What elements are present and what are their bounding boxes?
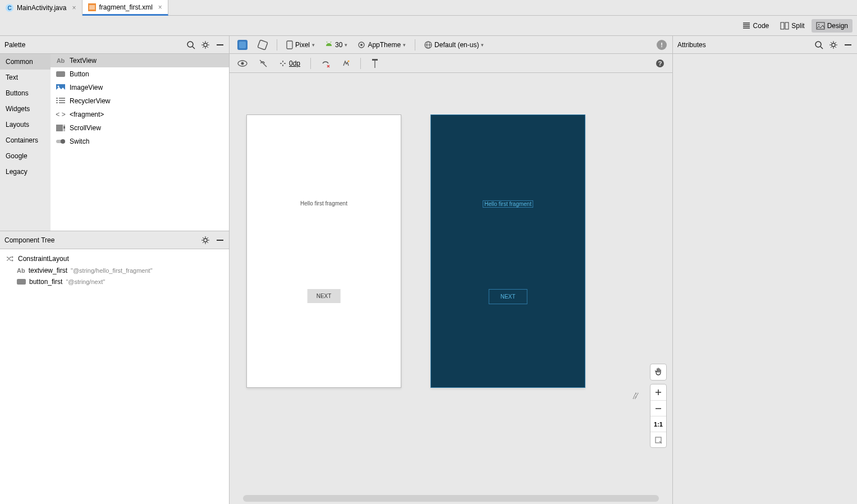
chevron-down-icon: ▾ (403, 42, 406, 48)
tree-root[interactable]: ConstraintLayout (0, 253, 229, 265)
palette-item-imageview[interactable]: ImageView (51, 81, 229, 94)
palette-cat-common[interactable]: Common (0, 54, 51, 70)
zoom-out-icon[interactable] (650, 400, 666, 416)
design-surface[interactable]: Hello first fragment NEXT (246, 114, 401, 388)
svg-line-48 (821, 47, 823, 49)
palette-cat-widgets[interactable]: Widgets (0, 101, 51, 117)
api-select[interactable]: 30 ▾ (323, 40, 350, 50)
preview-textview[interactable]: Hello first fragment (247, 200, 401, 207)
zoom-fit-icon[interactable] (650, 432, 666, 447)
svg-rect-26 (287, 41, 292, 49)
warning-badge[interactable]: ! (657, 40, 667, 50)
svg-rect-25 (258, 40, 268, 50)
tree-item-button[interactable]: button_first "@string/next" (0, 276, 229, 287)
svg-point-38 (348, 60, 350, 62)
button-icon (56, 70, 65, 79)
svg-rect-2 (781, 22, 784, 29)
minimize-icon[interactable] (216, 236, 224, 245)
imageview-icon (56, 83, 65, 92)
svg-point-8 (204, 43, 207, 47)
search-icon[interactable] (814, 40, 823, 49)
tree-item-textview[interactable]: Ab textview_first "@string/hello_first_f… (0, 265, 229, 276)
view-label: Code (753, 22, 769, 30)
zoom-in-icon[interactable] (650, 384, 666, 400)
code-view-button[interactable]: Code (737, 19, 774, 33)
resize-handle-icon[interactable]: ⫽ (630, 390, 640, 402)
help-icon[interactable]: ? (653, 58, 667, 69)
palette-item-fragment[interactable]: < > <fragment> (51, 108, 229, 121)
view-label: Design (827, 22, 848, 30)
tree-title: Component Tree (4, 236, 54, 244)
gear-icon[interactable] (829, 40, 838, 49)
view-options-icon[interactable] (235, 59, 250, 68)
chevron-down-icon: ▾ (481, 42, 484, 48)
pan-icon[interactable] (650, 364, 666, 380)
attributes-title: Attributes (677, 41, 706, 49)
design-toolbar-top: Pixel ▾ 30 ▾ AppTheme ▾ Default (en-us) … (230, 36, 672, 54)
button-icon (17, 279, 26, 285)
svg-line-28 (331, 42, 331, 43)
svg-point-17 (61, 139, 65, 144)
search-icon[interactable] (186, 40, 195, 49)
orientation-icon[interactable] (255, 39, 270, 51)
guidelines-icon[interactable] (369, 58, 381, 69)
horizontal-scrollbar[interactable] (243, 495, 659, 502)
svg-point-21 (12, 260, 13, 262)
tab-label: MainActivity.java (17, 4, 66, 12)
svg-point-47 (815, 42, 821, 47)
default-margin[interactable]: 0dp (277, 58, 303, 68)
palette-item-scrollview[interactable]: ScrollView (51, 121, 229, 135)
palette-cat-google[interactable]: Google (0, 148, 51, 164)
infer-constraints-icon[interactable] (339, 58, 352, 69)
autoconnect-icon[interactable] (256, 58, 270, 69)
palette-item-button[interactable]: Button (51, 67, 229, 81)
design-canvas[interactable]: Hello first fragment NEXT Hello first fr… (230, 73, 672, 504)
android-icon (325, 41, 333, 49)
split-icon (780, 21, 789, 30)
design-view-button[interactable]: Design (812, 19, 853, 33)
svg-rect-13 (56, 125, 63, 131)
zoom-controls: 1:1 (650, 364, 667, 448)
close-icon[interactable]: × (72, 4, 76, 12)
svg-rect-24 (239, 42, 246, 48)
device-select[interactable]: Pixel ▾ (284, 39, 317, 51)
svg-point-18 (204, 239, 207, 242)
close-icon[interactable]: × (158, 3, 162, 11)
palette-item-recyclerview[interactable]: RecyclerView (51, 94, 229, 108)
blueprint-textview[interactable]: Hello first fragment (483, 200, 533, 208)
theme-select[interactable]: AppTheme ▾ (355, 40, 408, 50)
blueprint-surface[interactable]: Hello first fragment NEXT (430, 114, 585, 388)
palette-cat-layouts[interactable]: Layouts (0, 117, 51, 132)
palette-categories: Common Text Buttons Widgets Layouts Cont… (0, 54, 51, 231)
locale-select[interactable]: Default (en-us) ▾ (422, 40, 486, 50)
chevron-down-icon: ▾ (312, 42, 315, 48)
preview-button[interactable]: NEXT (308, 289, 341, 303)
tab-label: fragment_first.xml (99, 3, 153, 11)
palette-cat-containers[interactable]: Containers (0, 132, 51, 148)
tab-fragment-first[interactable]: fragment_first.xml × (83, 0, 168, 16)
zoom-reset-button[interactable]: 1:1 (650, 416, 666, 432)
left-panel: Palette Common Text Buttons Widgets Layo… (0, 36, 230, 504)
palette-item-textview[interactable]: Ab TextView (51, 54, 229, 67)
design-surface-icon[interactable] (235, 39, 250, 51)
fragment-icon: < > (56, 110, 65, 119)
tab-mainactivity[interactable]: C MainActivity.java × (0, 0, 83, 16)
split-view-button[interactable]: Split (776, 19, 809, 33)
palette-cat-text[interactable]: Text (0, 70, 51, 85)
palette-cat-legacy[interactable]: Legacy (0, 164, 51, 180)
clear-constraints-icon[interactable] (319, 58, 332, 69)
gear-icon[interactable] (201, 236, 210, 245)
palette-item-switch[interactable]: Switch (51, 135, 229, 148)
gear-icon[interactable] (201, 40, 210, 49)
margin-icon (279, 59, 287, 67)
palette-cat-buttons[interactable]: Buttons (0, 85, 51, 101)
svg-line-27 (327, 42, 327, 43)
svg-rect-3 (785, 22, 789, 29)
palette-items-list: Ab TextView Button ImageView RecyclerVie… (51, 54, 229, 231)
design-editor: Pixel ▾ 30 ▾ AppTheme ▾ Default (en-us) … (230, 36, 672, 504)
blueprint-button[interactable]: NEXT (489, 289, 528, 304)
svg-rect-1 (89, 5, 95, 10)
minimize-icon[interactable] (216, 40, 224, 49)
svg-point-30 (360, 44, 363, 46)
minimize-icon[interactable] (844, 40, 853, 49)
